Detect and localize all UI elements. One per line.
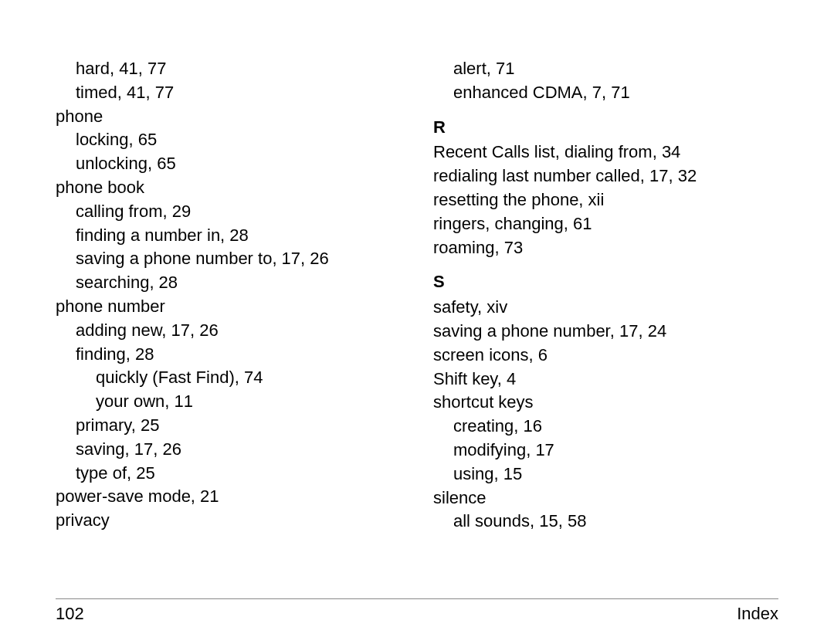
index-entry: silence — [433, 486, 778, 510]
index-entry: screen icons, 6 — [433, 344, 778, 368]
page-footer: 102 Index — [56, 598, 778, 624]
index-entry: all sounds, 15, 58 — [433, 510, 778, 534]
index-page: hard, 41, 77timed, 41, 77phonelocking, 6… — [0, 0, 834, 644]
index-entry: alert, 71 — [433, 57, 778, 81]
index-section-header: R — [433, 116, 778, 140]
index-entry: unlocking, 65 — [56, 152, 401, 176]
index-entry: using, 15 — [433, 463, 778, 486]
index-section-header: S — [433, 270, 778, 294]
index-entry: saving a phone number, 17, 24 — [433, 320, 778, 344]
index-right-column: alert, 71enhanced CDMA, 7, 71RRecent Cal… — [433, 57, 778, 590]
index-entry: phone number — [56, 295, 401, 319]
index-entry: timed, 41, 77 — [56, 81, 401, 105]
index-entry: power-save mode, 21 — [56, 485, 401, 509]
index-entry: adding new, 17, 26 — [56, 319, 401, 343]
index-entry: searching, 28 — [56, 271, 401, 295]
index-entry: saving a phone number to, 17, 26 — [56, 247, 401, 271]
index-left-column: hard, 41, 77timed, 41, 77phonelocking, 6… — [56, 57, 401, 590]
index-entry: Recent Calls list, dialing from, 34 — [433, 141, 778, 164]
index-entry: ringers, changing, 61 — [433, 212, 778, 236]
index-columns: hard, 41, 77timed, 41, 77phonelocking, 6… — [56, 57, 778, 590]
index-entry: resetting the phone, xii — [433, 188, 778, 212]
index-entry: phone book — [56, 176, 401, 200]
index-entry: type of, 25 — [56, 462, 401, 486]
page-number: 102 — [56, 604, 84, 624]
index-entry: calling from, 29 — [56, 200, 401, 224]
index-entry: redialing last number called, 17, 32 — [433, 164, 778, 188]
index-entry: shortcut keys — [433, 391, 778, 415]
page-title: Index — [737, 604, 778, 624]
index-entry: creating, 16 — [433, 415, 778, 439]
index-entry: roaming, 73 — [433, 236, 778, 260]
index-entry: hard, 41, 77 — [56, 57, 401, 81]
index-entry: saving, 17, 26 — [56, 438, 401, 462]
index-entry: finding, 28 — [56, 343, 401, 367]
index-entry: finding a number in, 28 — [56, 224, 401, 248]
index-entry: Shift key, 4 — [433, 368, 778, 391]
index-entry: privacy — [56, 509, 401, 533]
index-entry: modifying, 17 — [433, 439, 778, 463]
index-entry: enhanced CDMA, 7, 71 — [433, 81, 778, 105]
index-entry: phone — [56, 105, 401, 129]
index-entry: your own, 11 — [56, 390, 401, 414]
index-entry: primary, 25 — [56, 414, 401, 438]
index-entry: locking, 65 — [56, 128, 401, 152]
index-entry: quickly (Fast Find), 74 — [56, 366, 401, 390]
index-entry: safety, xiv — [433, 296, 778, 320]
